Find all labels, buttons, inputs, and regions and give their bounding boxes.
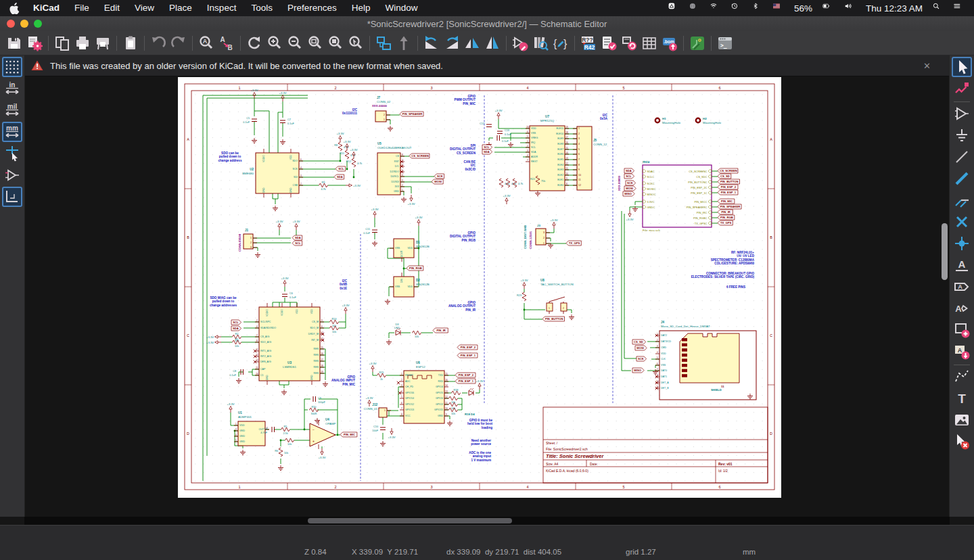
- unit-mil-button[interactable]: mil: [2, 100, 22, 120]
- menu-help[interactable]: Help: [344, 3, 378, 13]
- horizontal-scrollbar[interactable]: [308, 518, 512, 523]
- add-bus-button[interactable]: [952, 168, 972, 189]
- label-SDA[interactable]: SDA: [292, 235, 302, 240]
- page-settings-button[interactable]: [52, 33, 72, 53]
- find-replace-button[interactable]: AB: [216, 33, 237, 53]
- label-PIN_MIC[interactable]: PIN_MIC: [340, 432, 357, 437]
- label-SCL[interactable]: SCL: [335, 166, 346, 171]
- menu-preferences[interactable]: Preferences: [280, 3, 344, 13]
- menu-window[interactable]: Window: [377, 3, 425, 13]
- hv-lines-button[interactable]: [2, 187, 22, 207]
- label-TX_GPS[interactable]: TX_GPS: [718, 220, 733, 225]
- library-browser-button[interactable]: [530, 33, 551, 53]
- menu-tools[interactable]: Tools: [244, 3, 280, 13]
- net-label-button[interactable]: A: [952, 255, 972, 275]
- apple-menu[interactable]: [9, 2, 20, 14]
- label-CS_SD[interactable]: CS_SD: [718, 174, 731, 179]
- volume-icon[interactable]: [844, 3, 856, 14]
- close-window-button[interactable]: [7, 20, 15, 28]
- add-sheet-button[interactable]: [952, 320, 972, 340]
- label-SCK[interactable]: SCK: [626, 181, 636, 185]
- menu-place[interactable]: Place: [162, 3, 200, 13]
- hidden-pins-button[interactable]: [2, 165, 22, 185]
- search-icon[interactable]: [933, 3, 944, 14]
- component-J4[interactable]: DAT21DAT3/CD2CMD3VDD4CLK5VSS6DAT07DAT18D…: [655, 321, 756, 400]
- minimize-window-button[interactable]: [20, 20, 28, 28]
- add-wire-button[interactable]: [952, 147, 972, 167]
- label-SDA[interactable]: SDA: [624, 168, 634, 173]
- update-symbols-button[interactable]: [619, 33, 639, 53]
- leave-sheet-button[interactable]: [394, 33, 414, 53]
- mirror-h-button[interactable]: [462, 33, 482, 53]
- banner-close-button[interactable]: ✕: [923, 61, 931, 71]
- bluetooth-icon[interactable]: [752, 3, 763, 14]
- erc-button[interactable]: [599, 33, 619, 53]
- label-SCL[interactable]: SCL: [231, 320, 241, 325]
- wifi-icon[interactable]: [710, 3, 721, 14]
- label-MISO[interactable]: MISO: [623, 191, 634, 196]
- mirror-v-button[interactable]: [482, 33, 503, 53]
- label-SDA[interactable]: SDA: [482, 149, 492, 154]
- no-connect-button[interactable]: [952, 212, 972, 232]
- schematic-canvas[interactable]: 112233445566AABBCCDDSheet: /File: SonicS…: [24, 76, 950, 517]
- add-text-button[interactable]: T: [952, 388, 972, 409]
- find-button[interactable]: A: [196, 33, 216, 53]
- battery-percent-text[interactable]: 56%: [794, 3, 812, 14]
- label-SDA[interactable]: SDA: [231, 326, 241, 331]
- save-button[interactable]: [4, 33, 24, 53]
- label-PIN_BUTTON[interactable]: PIN_BUTTON: [542, 317, 565, 321]
- label-PIN_RGB[interactable]: PIN_RGB: [718, 215, 735, 220]
- add-image-button[interactable]: [952, 410, 972, 430]
- label-SDA[interactable]: SDA: [334, 174, 344, 179]
- hierarchy-navigator-button[interactable]: [373, 33, 394, 53]
- zoom-objects-button[interactable]: [325, 33, 346, 53]
- cursor-shape-button[interactable]: [2, 143, 22, 164]
- label-MISO[interactable]: MISO: [632, 368, 644, 373]
- label-PIN_RGB[interactable]: PIN_RGB: [407, 266, 423, 271]
- label-PIN_MIC[interactable]: PIN_MIC: [718, 199, 735, 204]
- label-PIN_SPEAKER[interactable]: PIN_SPEAKER: [400, 112, 423, 116]
- label-MOSI[interactable]: MOSI: [432, 179, 443, 184]
- menu-view[interactable]: View: [127, 3, 162, 13]
- menu-edit[interactable]: Edit: [97, 3, 127, 13]
- label-CS_SCREEN[interactable]: CS_SCREEN: [718, 168, 738, 173]
- schematic-sheet[interactable]: 112233445566AABBCCDDSheet: /File: SonicS…: [178, 77, 781, 498]
- open-pcb-button[interactable]: [687, 33, 708, 53]
- time-machine-icon[interactable]: [731, 3, 742, 14]
- label-PIN_ESP_1[interactable]: PIN_ESP_1: [718, 190, 738, 195]
- edit-fields-button[interactable]: {}: [551, 33, 571, 53]
- label-PIN_BUTTON[interactable]: PIN_BUTTON: [718, 179, 740, 184]
- fields-table-button[interactable]: [639, 33, 659, 53]
- annotate-button[interactable]: R??R42: [578, 33, 599, 53]
- label-CS_SCREEN[interactable]: CS_SCREEN: [409, 154, 430, 158]
- hier-label-button[interactable]: A: [952, 298, 972, 319]
- print-button[interactable]: [72, 33, 93, 53]
- schematic-setup-button[interactable]: [24, 33, 45, 53]
- rotate-cw-button[interactable]: [442, 33, 462, 53]
- refresh-button[interactable]: [244, 33, 264, 53]
- label-SCL[interactable]: SCL: [292, 241, 302, 246]
- menu-kicad[interactable]: KiCad: [26, 3, 67, 13]
- label-SCK[interactable]: SCK: [434, 174, 444, 179]
- zoom-out-button[interactable]: [285, 33, 305, 53]
- label-PIN_ESP_2[interactable]: PIN_ESP_2: [457, 345, 478, 350]
- zoom-fit-button[interactable]: [305, 33, 325, 53]
- maximize-window-button[interactable]: [34, 20, 42, 28]
- bus-entry-button[interactable]: [952, 190, 972, 210]
- globe-icon[interactable]: [689, 3, 700, 14]
- label-SCK[interactable]: SCK: [636, 356, 647, 361]
- draw-lines-button[interactable]: [952, 367, 972, 387]
- control-center-icon[interactable]: [668, 3, 679, 14]
- list-icon[interactable]: [954, 3, 965, 14]
- rotate-ccw-button[interactable]: [421, 33, 442, 53]
- select-tool-button[interactable]: [952, 57, 972, 77]
- grid-settings-button[interactable]: [2, 57, 22, 77]
- label-TX_GPS[interactable]: TX_GPS: [566, 241, 581, 246]
- junction-button[interactable]: [952, 233, 972, 254]
- zoom-selection-button[interactable]: [346, 33, 366, 53]
- label-PIN_IR[interactable]: PIN_IR: [433, 328, 448, 333]
- label-PIN_ESP_1[interactable]: PIN_ESP_1: [455, 379, 476, 383]
- undo-button[interactable]: [148, 33, 168, 53]
- vertical-scrollbar[interactable]: [942, 223, 948, 280]
- label-MOSI[interactable]: MOSI: [624, 186, 636, 191]
